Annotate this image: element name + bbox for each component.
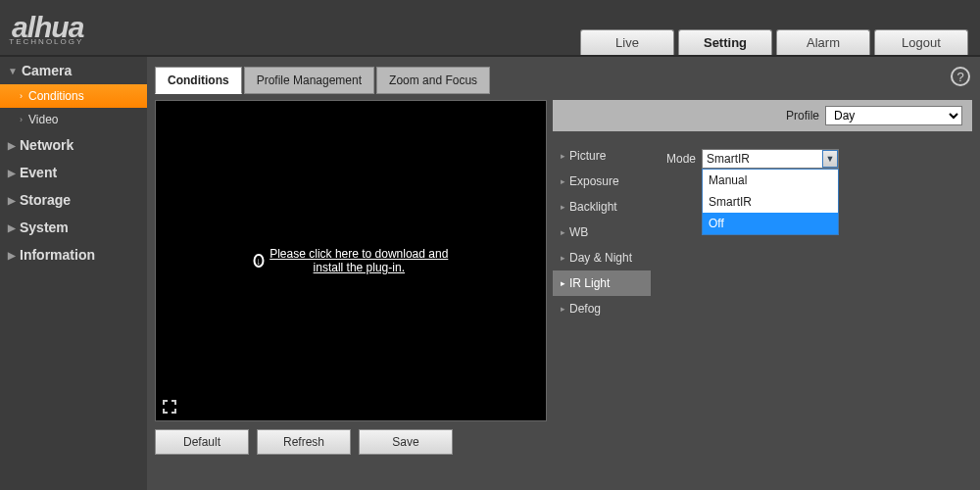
form-area: Mode SmartIR ▼ Manual SmartIR Off	[651, 131, 972, 421]
top-bar: alhua TECHNOLOGY Live Setting Alarm Logo…	[0, 0, 980, 55]
setting-backlight[interactable]: ▸Backlight	[553, 194, 651, 220]
setting-ir-light[interactable]: ▸IR Light	[553, 270, 651, 296]
tab-zoom-focus[interactable]: Zoom and Focus	[376, 67, 490, 94]
mode-option-manual[interactable]: Manual	[703, 170, 838, 191]
setting-exposure[interactable]: ▸Exposure	[553, 169, 651, 194]
sidebar-item-information[interactable]: ▶Information	[0, 241, 147, 269]
dropdown-arrow-icon: ▼	[822, 150, 838, 168]
mode-option-smartir[interactable]: SmartIR	[703, 191, 838, 213]
profile-label: Profile	[786, 109, 819, 122]
fullscreen-icon[interactable]	[162, 399, 177, 415]
setting-defog[interactable]: ▸Defog	[553, 296, 651, 321]
right-body: ▸Picture ▸Exposure ▸Backlight ▸WB ▸Day &…	[553, 131, 972, 421]
sidebar-item-event[interactable]: ▶Event	[0, 159, 147, 186]
setting-wb[interactable]: ▸WB	[553, 220, 651, 245]
setting-picture[interactable]: ▸Picture	[553, 143, 651, 169]
main-area: ▼Camera ›Conditions ›Video ▶Network ▶Eve…	[0, 57, 980, 490]
mode-label: Mode	[661, 152, 696, 166]
plugin-text: Please click here to download and instal…	[270, 247, 448, 274]
nav-live[interactable]: Live	[580, 29, 674, 55]
video-preview: ↓ Please click here to download and inst…	[155, 100, 547, 421]
save-button[interactable]: Save	[359, 429, 453, 455]
button-row: Default Refresh Save	[155, 429, 980, 455]
plugin-download-link[interactable]: ↓ Please click here to download and inst…	[254, 247, 449, 274]
tab-profile-management[interactable]: Profile Management	[244, 67, 374, 94]
nav-logout[interactable]: Logout	[874, 29, 968, 55]
mode-option-off[interactable]: Off	[703, 213, 838, 234]
body-row: ↓ Please click here to download and inst…	[155, 100, 972, 421]
refresh-button[interactable]: Refresh	[257, 429, 351, 455]
nav-alarm[interactable]: Alarm	[776, 29, 870, 55]
tab-row: Conditions Profile Management Zoom and F…	[155, 65, 980, 94]
sidebar-sub-conditions[interactable]: ›Conditions	[0, 84, 147, 108]
profile-select[interactable]: Day	[825, 106, 962, 125]
right-pane: Profile Day ▸Picture ▸Exposure ▸Backligh…	[553, 100, 972, 421]
profile-bar: Profile Day	[553, 100, 972, 131]
mode-dropdown: Manual SmartIR Off	[702, 169, 839, 235]
sidebar-sub-video[interactable]: ›Video	[0, 108, 147, 131]
top-nav: Live Setting Alarm Logout	[580, 29, 968, 55]
setting-day-night[interactable]: ▸Day & Night	[553, 245, 651, 270]
help-icon[interactable]: ?	[951, 67, 970, 86]
download-icon: ↓	[254, 254, 265, 268]
sidebar-item-storage[interactable]: ▶Storage	[0, 186, 147, 214]
content-area: Conditions Profile Management Zoom and F…	[147, 57, 980, 490]
brand-sub: TECHNOLOGY	[9, 37, 83, 46]
default-button[interactable]: Default	[155, 429, 249, 455]
sidebar-item-camera[interactable]: ▼Camera	[0, 57, 147, 84]
tab-conditions[interactable]: Conditions	[155, 67, 242, 94]
mode-select-value: SmartIR	[707, 152, 750, 166]
mode-row: Mode SmartIR ▼ Manual SmartIR Off	[661, 149, 962, 169]
sidebar: ▼Camera ›Conditions ›Video ▶Network ▶Eve…	[0, 57, 147, 490]
sidebar-item-system[interactable]: ▶System	[0, 214, 147, 241]
settings-list: ▸Picture ▸Exposure ▸Backlight ▸WB ▸Day &…	[553, 131, 651, 421]
nav-setting[interactable]: Setting	[678, 29, 772, 55]
brand-logo: alhua TECHNOLOGY	[0, 11, 83, 44]
mode-select-wrap: SmartIR ▼ Manual SmartIR Off	[702, 149, 839, 169]
mode-select[interactable]: SmartIR ▼	[702, 149, 839, 169]
sidebar-item-network[interactable]: ▶Network	[0, 131, 147, 159]
